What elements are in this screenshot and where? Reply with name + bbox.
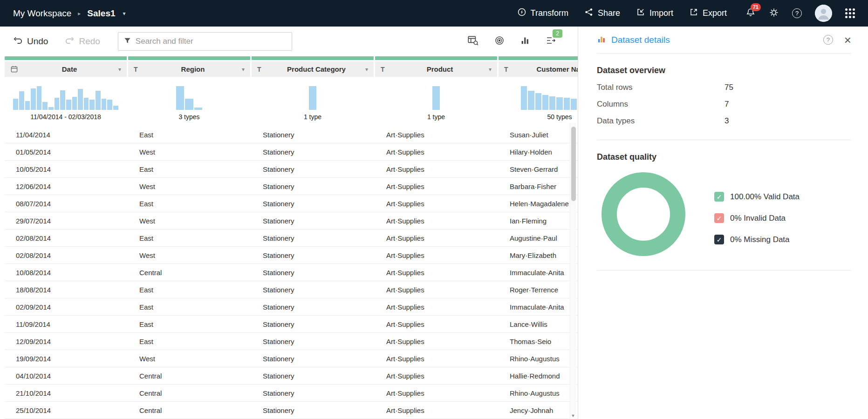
table-cell[interactable]: 12/09/2014 (5, 338, 127, 345)
table-row[interactable]: 12/09/2014EastStationeryArt·SuppliesThom… (5, 333, 578, 350)
help-button[interactable]: ? (792, 8, 802, 18)
table-cell[interactable]: East (128, 131, 250, 139)
table-cell[interactable]: Roger·Terrence (499, 286, 578, 294)
table-cell[interactable]: 02/08/2014 (5, 234, 127, 242)
table-cell[interactable]: Stationery (252, 372, 374, 380)
column-histogram[interactable]: 1 type (375, 80, 497, 126)
table-cell[interactable]: Stationery (252, 303, 374, 311)
table-cell[interactable]: 02/09/2014 (5, 303, 127, 311)
table-cell[interactable]: Steven·Gerrard (499, 165, 578, 173)
apps-menu-button[interactable] (845, 8, 855, 18)
table-cell[interactable]: Stationery (252, 355, 374, 363)
table-cell[interactable]: Art·Supplies (375, 131, 497, 139)
table-cell[interactable]: Stationery (252, 389, 374, 397)
export-button[interactable]: Export (689, 7, 727, 19)
table-cell[interactable]: 11/09/2014 (5, 320, 127, 328)
table-row[interactable]: 19/09/2014WestStationeryArt·SuppliesRhin… (5, 350, 578, 367)
table-cell[interactable]: 10/08/2014 (5, 269, 127, 277)
table-cell[interactable]: West (128, 182, 250, 190)
invalid-checkbox-icon[interactable]: ✓ (714, 213, 724, 223)
table-cell[interactable]: Augustine·Paul (499, 234, 578, 242)
column-histogram[interactable]: 1 type (252, 80, 374, 126)
table-cell[interactable]: Immaculate·Anita (499, 303, 578, 311)
dataset-view-button[interactable] (467, 34, 479, 48)
table-row[interactable]: 02/09/2014EastStationeryArt·SuppliesImma… (5, 298, 578, 316)
table-cell[interactable]: Stationery (252, 182, 374, 190)
table-cell[interactable]: Central (128, 389, 250, 397)
data-quality-button[interactable] (494, 35, 505, 48)
table-cell[interactable]: Stationery (252, 148, 374, 156)
table-cell[interactable]: East (128, 200, 250, 208)
table-cell[interactable]: East (128, 286, 250, 294)
table-cell[interactable]: 04/10/2014 (5, 372, 127, 380)
table-cell[interactable]: 02/08/2014 (5, 251, 127, 259)
column-header[interactable]: Date▾ (5, 61, 127, 77)
table-cell[interactable]: West (128, 355, 250, 363)
table-row[interactable]: 04/10/2014CentralStationeryArt·SuppliesH… (5, 367, 578, 385)
table-cell[interactable]: East (128, 303, 250, 311)
column-histogram[interactable]: 3 types (128, 80, 250, 126)
dataset-menu-caret-icon[interactable]: ▾ (123, 10, 126, 17)
applied-steps-button[interactable]: 2 (545, 35, 556, 48)
table-row[interactable]: 02/08/2014WestStationeryArt·SuppliesMary… (5, 247, 578, 264)
table-cell[interactable]: East (128, 320, 250, 328)
table-cell[interactable]: Art·Supplies (375, 303, 497, 311)
table-cell[interactable]: Stationery (252, 320, 374, 328)
panel-help-icon[interactable]: ? (823, 35, 833, 45)
table-cell[interactable]: East (128, 338, 250, 345)
table-cell[interactable]: Susan·Juliet (499, 131, 578, 139)
breadcrumb-workspace[interactable]: My Workspace (13, 8, 71, 19)
column-histogram[interactable]: 50 types (499, 80, 578, 126)
valid-checkbox-icon[interactable]: ✓ (714, 192, 724, 202)
table-cell[interactable]: Stationery (252, 234, 374, 242)
table-row[interactable]: 01/05/2014WestStationeryArt·SuppliesHila… (5, 143, 578, 161)
table-cell[interactable]: Ian·Fleming (499, 217, 578, 225)
table-cell[interactable]: Stationery (252, 251, 374, 259)
table-cell[interactable]: Art·Supplies (375, 372, 497, 380)
table-cell[interactable]: 08/07/2014 (5, 200, 127, 208)
scrollbar-thumb[interactable] (571, 127, 576, 201)
table-cell[interactable]: Jency·Johnah (499, 406, 578, 414)
notifications-button[interactable]: 71 (745, 7, 756, 20)
table-cell[interactable]: Lance·Willis (499, 320, 578, 328)
search-input[interactable] (136, 37, 287, 46)
table-cell[interactable]: Art·Supplies (375, 389, 497, 397)
table-cell[interactable]: Art·Supplies (375, 355, 497, 363)
column-menu-caret-icon[interactable]: ▾ (242, 66, 245, 73)
table-cell[interactable]: Hilary·Holden (499, 148, 578, 156)
table-cell[interactable]: Central (128, 372, 250, 380)
table-cell[interactable]: Stationery (252, 286, 374, 294)
table-cell[interactable]: 29/07/2014 (5, 217, 127, 225)
import-button[interactable]: Import (636, 7, 673, 19)
column-header[interactable]: TRegion▾ (128, 61, 250, 77)
search-filter-box[interactable] (118, 32, 292, 51)
column-histogram[interactable]: 11/04/2014 - 02/03/2018 (5, 80, 127, 126)
table-cell[interactable]: Thomas·Seio (499, 338, 578, 345)
table-cell[interactable]: Art·Supplies (375, 251, 497, 259)
table-cell[interactable]: Stationery (252, 269, 374, 277)
table-cell[interactable]: Rhino·Augustus (499, 389, 578, 397)
column-header[interactable]: TProduct▾ (375, 61, 497, 77)
table-cell[interactable]: Art·Supplies (375, 269, 497, 277)
table-row[interactable]: 11/09/2014EastStationeryArt·SuppliesLanc… (5, 316, 578, 333)
table-cell[interactable]: Art·Supplies (375, 182, 497, 190)
table-cell[interactable]: Art·Supplies (375, 148, 497, 156)
table-cell[interactable]: 18/08/2014 (5, 286, 127, 294)
table-cell[interactable]: Helen·Magadalene (499, 200, 578, 208)
table-row[interactable]: 08/07/2014EastStationeryArt·SuppliesHele… (5, 195, 578, 212)
table-row[interactable]: 25/10/2014CentralStationeryArt·SuppliesJ… (5, 402, 578, 419)
redo-button[interactable]: Redo (65, 35, 100, 47)
table-cell[interactable]: Art·Supplies (375, 286, 497, 294)
table-cell[interactable]: Hallie·Redmond (499, 372, 578, 380)
settings-button[interactable] (769, 7, 779, 20)
table-cell[interactable]: Stationery (252, 131, 374, 139)
table-cell[interactable]: 10/05/2014 (5, 165, 127, 173)
share-button[interactable]: Share (584, 7, 620, 19)
table-cell[interactable]: Stationery (252, 165, 374, 173)
table-cell[interactable]: Immaculate·Anita (499, 269, 578, 277)
breadcrumb-dataset[interactable]: Sales1 (87, 8, 115, 19)
table-row[interactable]: 02/08/2014EastStationeryArt·SuppliesAugu… (5, 230, 578, 247)
missing-checkbox-icon[interactable]: ✓ (714, 235, 724, 244)
table-cell[interactable]: Art·Supplies (375, 165, 497, 173)
transform-button[interactable]: Transform (517, 7, 568, 19)
